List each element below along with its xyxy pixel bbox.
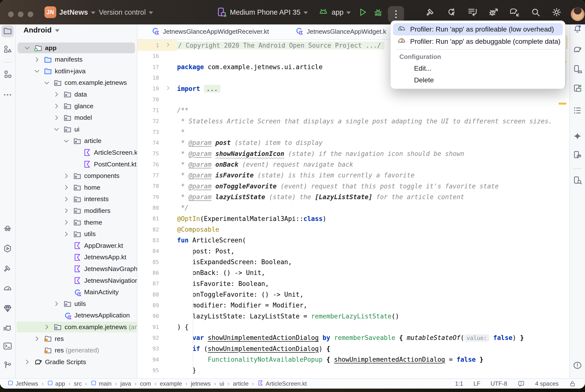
warning-stripe-mark[interactable] [558,103,566,104]
chevron-right-icon[interactable] [53,91,60,98]
tree-item-interests[interactable]: interests [16,194,137,205]
breadcrumb-item[interactable]: java [120,380,131,387]
tree-item-res[interactable]: res (generated) [16,345,137,356]
tree-item-com-example-jetnews[interactable]: com.example.jetnews (an [16,321,137,332]
run-configuration-selector[interactable]: app [318,0,351,24]
tool-services-button[interactable] [2,243,14,255]
editor-tab[interactable]: JetnewsGlanceAppWidget.k [293,24,388,39]
chevron-down-icon[interactable] [33,68,41,75]
breadcrumb-item[interactable]: JetNews [7,380,38,388]
zoom-window-button[interactable] [28,12,33,17]
encoding-widget[interactable]: UTF-8 [491,380,507,387]
unlock-icon[interactable] [569,380,576,387]
breadcrumb-item[interactable]: ArticleScreen.kt [257,380,307,388]
line-separator-widget[interactable]: LF [473,380,480,387]
tree-item-jetnewsnavgraph-[interactable]: JetnewsNavGraph. [16,263,137,274]
tree-item-modifiers[interactable]: modifiers [16,205,137,216]
chevron-down-icon[interactable] [43,79,50,86]
close-window-button[interactable] [8,12,14,17]
tree-item-theme[interactable]: theme [16,217,137,228]
chevron-down-icon[interactable] [53,126,60,133]
tree-item-manifests[interactable]: manifests [16,54,137,65]
chevron-right-icon[interactable] [63,172,70,180]
tool-app-quality-insights-button[interactable] [2,303,14,315]
breadcrumb-item[interactable]: ui [220,380,224,387]
vcs-widget[interactable]: Version control [99,0,153,24]
tree-item-jetnewsnavigation[interactable]: JetnewsNavigation [16,275,137,286]
chevron-right-icon[interactable] [33,56,41,63]
project-view-selector[interactable]: Android [24,24,60,36]
tree-item-kotlin-java[interactable]: kotlin+java [16,66,137,77]
user-avatar[interactable] [571,7,584,21]
tool-structure-button[interactable] [2,69,14,81]
tree-item-model[interactable]: model [16,112,137,124]
tool-gradle-button[interactable] [571,44,583,56]
tool-profiler-button[interactable] [2,283,14,295]
tree-item-utils[interactable]: utils [16,298,137,310]
device-selector[interactable]: Medium Phone API 35 [216,0,308,24]
minimize-window-button[interactable] [18,12,24,17]
editor-tab[interactable]: JetnewsGlanceAppWidgetReceiver.kt [149,24,271,39]
menu-action-delete[interactable]: Delete [414,74,434,86]
tree-item-gradle-scripts[interactable]: Gradle Scripts [16,356,137,368]
breadcrumb-item[interactable]: example [160,380,182,387]
fold-chevron-icon[interactable] [165,85,171,92]
tool-device-mirroring-button[interactable] [571,149,583,162]
inspection-notification-icon[interactable] [517,380,525,387]
tree-item-utils[interactable]: utils [16,228,137,240]
chevron-right-icon[interactable] [63,219,70,226]
fold-chevron-icon[interactable] [165,42,171,49]
tree-item-jetnewsapplication[interactable]: JetnewsApplication [16,310,137,321]
tree-item-appdrawer-kt[interactable]: AppDrawer.kt [16,240,137,251]
tree-item-components[interactable]: components [16,170,137,182]
chevron-down-icon[interactable] [24,44,31,52]
breadcrumb-item[interactable]: article [233,380,248,387]
menu-action-edit[interactable]: Edit... [414,63,432,74]
tool-problems-button[interactable] [571,360,583,372]
tool-running-devices-button[interactable] [571,83,583,95]
chevron-right-icon[interactable] [53,114,60,122]
tool-app-inspection-button[interactable] [2,223,14,235]
tree-item-glance[interactable]: glance [16,100,137,112]
tree-item-res[interactable]: res [16,333,137,344]
tree-item-articlescreen-kt[interactable]: ArticleScreen.kt [16,147,137,158]
breadcrumb-item[interactable]: jetnews [191,380,211,387]
chevron-right-icon[interactable] [63,230,70,238]
breadcrumb-item[interactable]: src [74,380,82,387]
tree-item-ui[interactable]: ui [16,124,137,135]
debug-button[interactable] [373,0,383,24]
tree-item-postcontent-kt[interactable]: PostContent.kt [16,158,137,170]
tool-device-manager-button[interactable] [571,64,583,76]
tree-item-home[interactable]: home [16,182,137,193]
tool-resource-manager-button[interactable] [2,44,14,56]
chevron-right-icon[interactable] [43,323,50,331]
chevron-down-icon[interactable] [63,137,70,145]
tree-item-mainactivity[interactable]: MainActivity [16,287,137,298]
tree-item-data[interactable]: data [16,89,137,100]
project-widget[interactable]: JN JetNews [45,0,95,24]
tool-more-tool-windows-button[interactable] [2,89,14,102]
chevron-right-icon[interactable] [24,358,31,366]
tool-gemini-button[interactable] [571,130,583,143]
chevron-right-icon[interactable] [63,196,70,203]
chevron-right-icon[interactable] [33,335,41,342]
chevron-right-icon[interactable] [53,300,60,308]
tool-version-control-button[interactable] [2,360,14,372]
run-menu-item[interactable]: Profiler: Run 'app' as debuggable (compl… [393,36,563,48]
chevron-right-icon[interactable] [63,184,70,191]
tool-logcat-button[interactable] [2,323,14,335]
breadcrumb-item[interactable]: app [47,380,65,388]
breadcrumb-item[interactable]: com [140,380,151,387]
indent-widget[interactable]: 4 spaces [535,380,558,387]
tree-item-com-example-jetnews[interactable]: com.example.jetnews [16,77,137,88]
tool-project-button[interactable] [2,25,14,38]
more-run-options-button[interactable] [388,6,404,22]
tool-build-button[interactable] [2,263,14,275]
caret-position-widget[interactable]: 1:1 [455,380,463,387]
chevron-right-icon[interactable] [63,207,70,214]
tree-item-app[interactable]: app [16,42,137,54]
run-menu-item[interactable]: Profiler: Run 'app' as profileable (low … [393,23,563,36]
code-editor[interactable]: 1 / Copyright 2020 The Android Open Sour… [138,39,570,379]
tool-notifications-button[interactable] [571,24,583,36]
tool-terminal-button[interactable] [2,340,14,353]
